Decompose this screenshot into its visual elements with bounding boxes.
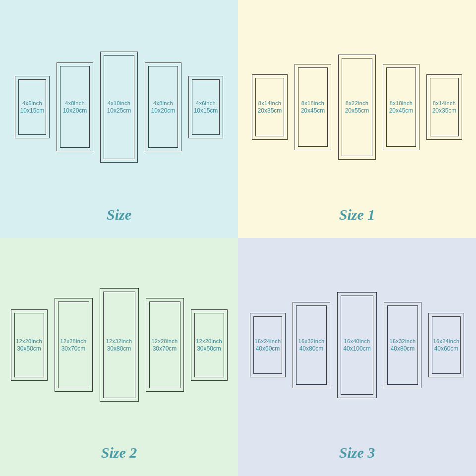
dimension-cm: 40x100cm (343, 345, 370, 352)
canvas-panel-inner: 12x20inch30x50cm (194, 313, 224, 377)
canvas-panel: 16x24inch40x60cm (428, 313, 464, 377)
dimension-cm: 30x80cm (107, 345, 131, 352)
dimension-inch: 8x18inch (301, 100, 324, 106)
canvas-panel-inner: 16x32inch40x80cm (387, 305, 418, 385)
canvas-panel: 4x8inch10x20cm (57, 62, 93, 151)
dimension-inch: 4x6inch (196, 100, 216, 106)
canvas-panel: 4x10inch10x25cm (100, 52, 138, 163)
canvas-panel-inner: 4x8inch10x20cm (60, 66, 90, 148)
quadrant-2: 12x20inch30x50cm12x28inch30x70cm12x32inc… (0, 238, 238, 476)
canvas-panel: 12x32inch30x80cm (100, 288, 139, 402)
canvas-panel: 4x6inch10x15cm (15, 76, 50, 138)
quadrant-0: 4x6inch10x15cm4x8inch10x20cm4x10inch10x2… (0, 0, 238, 238)
dimension-cm: 10x20cm (151, 107, 176, 114)
canvas-panel-inner: 4x6inch10x15cm (18, 79, 46, 135)
dimension-inch: 12x20inch (16, 338, 42, 344)
canvas-panel-inner: 8x14inch20x35cm (430, 78, 459, 136)
canvas-panel-inner: 4x8inch10x20cm (148, 66, 178, 148)
dimension-inch: 4x10inch (108, 100, 130, 106)
dimension-cm: 30x70cm (153, 345, 177, 352)
canvas-panel: 12x28inch30x70cm (146, 298, 184, 392)
size-title: Size 2 (101, 444, 137, 461)
canvas-panel-inner: 12x28inch30x70cm (58, 301, 89, 388)
canvas-panel: 8x14inch20x35cm (252, 74, 288, 140)
canvas-panel-inner: 4x6inch10x15cm (192, 79, 220, 135)
canvas-panel: 12x20inch30x50cm (11, 309, 48, 381)
quadrant-1: 8x14inch20x35cm8x18inch20x45cm8x22inch20… (238, 0, 476, 238)
dimension-cm: 20x35cm (258, 107, 282, 114)
dimension-cm: 10x15cm (20, 107, 45, 114)
dimension-inch: 4x6inch (22, 100, 42, 106)
canvas-panel-inner: 8x18inch20x45cm (386, 67, 416, 147)
canvas-panel: 8x18inch20x45cm (295, 64, 331, 150)
size-title: Size 3 (339, 444, 375, 461)
canvas-panel: 8x22inch20x55cm (338, 55, 376, 160)
dimension-inch: 16x24inch (433, 338, 460, 344)
dimension-inch: 4x8inch (65, 100, 85, 106)
quadrant-3: 16x24inch40x60cm16x32inch40x80cm16x40inc… (238, 238, 476, 476)
dimension-inch: 8x14inch (433, 100, 456, 106)
canvas-panel-inner: 8x14inch20x35cm (255, 78, 284, 136)
dimension-inch: 12x28inch (152, 338, 178, 344)
canvas-panel-inner: 8x22inch20x55cm (342, 58, 372, 156)
dimension-inch: 12x28inch (60, 338, 87, 344)
dimension-cm: 10x25cm (107, 107, 131, 114)
dimension-cm: 20x55cm (345, 107, 369, 114)
canvas-panel-inner: 12x28inch30x70cm (149, 301, 180, 388)
dimension-cm: 20x45cm (301, 107, 325, 114)
dimension-cm: 40x60cm (256, 345, 280, 352)
canvas-panel-inner: 16x32inch40x80cm (296, 305, 327, 385)
dimension-cm: 40x80cm (299, 345, 324, 352)
dimension-inch: 8x22inch (346, 100, 368, 106)
canvas-panel: 16x32inch40x80cm (293, 302, 330, 388)
canvas-panel: 8x14inch20x35cm (426, 74, 462, 140)
dimension-inch: 12x32inch (106, 338, 132, 344)
dimension-cm: 40x80cm (391, 345, 415, 352)
dimension-inch: 8x14inch (258, 100, 281, 106)
panel-row: 12x20inch30x50cm12x28inch30x70cm12x32inc… (11, 258, 228, 432)
size-title: Size (107, 206, 131, 223)
canvas-panel-inner: 16x24inch40x60cm (253, 316, 282, 374)
canvas-panel-inner: 12x20inch30x50cm (14, 313, 44, 377)
canvas-panel: 12x20inch30x50cm (191, 309, 228, 381)
dimension-inch: 16x24inch (255, 338, 281, 344)
panel-row: 16x24inch40x60cm16x32inch40x80cm16x40inc… (250, 258, 464, 432)
dimension-cm: 20x35cm (432, 107, 457, 114)
dimension-cm: 30x70cm (61, 345, 86, 352)
panel-row: 4x6inch10x15cm4x8inch10x20cm4x10inch10x2… (15, 20, 223, 194)
size-chart-grid: 4x6inch10x15cm4x8inch10x20cm4x10inch10x2… (0, 0, 476, 476)
dimension-cm: 40x60cm (434, 345, 459, 352)
canvas-panel-inner: 12x32inch30x80cm (103, 292, 135, 398)
canvas-panel: 8x18inch20x45cm (383, 64, 419, 150)
canvas-panel: 16x40inch40x100cm (337, 292, 377, 398)
canvas-panel-inner: 16x24inch40x60cm (432, 316, 461, 374)
dimension-inch: 4x8inch (153, 100, 173, 106)
dimension-inch: 16x32inch (298, 338, 325, 344)
canvas-panel: 16x24inch40x60cm (250, 313, 286, 377)
canvas-panel-inner: 16x40inch40x100cm (341, 296, 373, 395)
dimension-cm: 10x15cm (194, 107, 218, 114)
canvas-panel: 4x6inch10x15cm (188, 76, 223, 138)
canvas-panel: 12x28inch30x70cm (55, 298, 93, 392)
size-title: Size 1 (339, 206, 375, 223)
dimension-inch: 16x40inch (344, 338, 370, 344)
canvas-panel-inner: 4x10inch10x25cm (104, 55, 134, 159)
canvas-panel: 16x32inch40x80cm (384, 302, 421, 388)
dimension-inch: 12x20inch (196, 338, 222, 344)
canvas-panel: 4x8inch10x20cm (145, 62, 181, 151)
canvas-panel-inner: 8x18inch20x45cm (298, 67, 328, 147)
dimension-cm: 30x50cm (17, 345, 41, 352)
dimension-cm: 10x20cm (63, 107, 87, 114)
dimension-cm: 30x50cm (197, 345, 221, 352)
dimension-cm: 20x45cm (389, 107, 414, 114)
dimension-inch: 16x32inch (390, 338, 416, 344)
panel-row: 8x14inch20x35cm8x18inch20x45cm8x22inch20… (252, 20, 462, 194)
dimension-inch: 8x18inch (390, 100, 413, 106)
